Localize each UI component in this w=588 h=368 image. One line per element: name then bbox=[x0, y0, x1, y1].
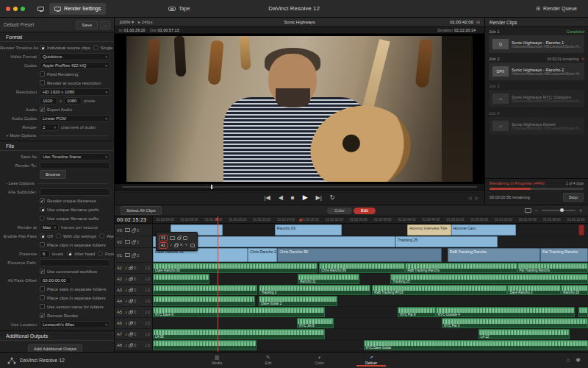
flat-pass-off-radio[interactable]: Off bbox=[40, 233, 53, 238]
unique-suffix-radio[interactable]: Use unique filename suffix bbox=[40, 216, 98, 221]
clip-nyc-pat-3[interactable]: NYC Pat 3 bbox=[442, 318, 588, 328]
minimize-window-icon[interactable] bbox=[13, 7, 18, 11]
render-at-select[interactable]: Max▾ bbox=[40, 224, 59, 231]
jump-to-start-button[interactable]: |◀ bbox=[264, 195, 270, 201]
export-audio-checkbox[interactable]: Export Audio bbox=[40, 107, 72, 112]
enable-track-icon[interactable] bbox=[183, 236, 187, 240]
track-header-a3[interactable]: A3♪≡1.0 bbox=[115, 285, 153, 295]
clip-view-icon[interactable] bbox=[525, 208, 531, 213]
track-header-a8[interactable]: A8♪≡1.0 bbox=[115, 340, 153, 350]
clip-chris-rancho-89[interactable]: Chris Rancho 89 bbox=[277, 248, 442, 262]
job-card[interactable]: ▭Sonic Highways Desert/Volumes/Macintosh… bbox=[489, 117, 584, 135]
select-all-clips-button[interactable]: Select All Clips bbox=[121, 206, 162, 215]
mark-in-icon[interactable]: ◁ bbox=[468, 195, 472, 200]
stop-render-button[interactable]: Stop bbox=[563, 193, 584, 202]
track-header-v2[interactable]: V2≡ bbox=[115, 236, 153, 247]
timeline-ruler[interactable]: 00:02:15:23 01:00:04:0001:00:08:0001:00:… bbox=[115, 216, 588, 224]
preset-menu-button[interactable]: … bbox=[100, 21, 110, 29]
job-card[interactable]: QSonic Highways - Rancho 1/Volumes/Macin… bbox=[489, 35, 584, 53]
codec-select[interactable]: Apple ProRes 422 HQ▾ bbox=[40, 62, 110, 69]
stats-separate-folders-checkbox[interactable]: Place stats in separate folders bbox=[40, 286, 106, 291]
preserve-path-field[interactable] bbox=[40, 259, 110, 266]
clip-nyc-outside-4[interactable]: NYC Outside 4 bbox=[436, 307, 575, 317]
add-additional-output-button[interactable]: Add Additional Output bbox=[28, 344, 82, 353]
resolution-select[interactable]: HD 1920 x 1080▾ bbox=[40, 88, 110, 96]
ruler-marker[interactable] bbox=[299, 219, 302, 222]
use-location-select[interactable]: Leeworth's iMac▾ bbox=[40, 321, 110, 328]
flat-pass-clip-radio[interactable]: With clip settings bbox=[56, 233, 96, 238]
clip-pat-tracking-rancho[interactable]: Pat Tracking Rancho bbox=[540, 248, 588, 262]
color-mode-button[interactable]: Color bbox=[327, 208, 352, 214]
resolution-height-field[interactable]: 1080 bbox=[64, 97, 82, 105]
track-header-v1[interactable]: V1≡ bbox=[115, 248, 153, 262]
clip-tracking-25[interactable]: Tracking 25 bbox=[395, 236, 498, 247]
remote-render-checkbox[interactable]: Remote Render bbox=[40, 313, 78, 318]
loop-button[interactable]: ↻ bbox=[330, 195, 335, 201]
clips-separate-folders-checkbox[interactable]: Place clips in separate folders bbox=[40, 242, 106, 247]
scrub-track[interactable] bbox=[122, 186, 477, 188]
commercial-workflow-checkbox[interactable]: Use commercial workflow bbox=[40, 269, 97, 274]
clip-chris-rancho-89[interactable]: Chris Rancho 89 bbox=[319, 263, 405, 273]
save-as-select[interactable]: Use Timeline Name▾ bbox=[40, 153, 110, 160]
step-back-button[interactable]: ◀ bbox=[279, 195, 283, 201]
clip-nyc-dave-8[interactable]: NYC Dave 8 bbox=[153, 307, 325, 317]
render-to-field[interactable] bbox=[40, 162, 110, 169]
stop-button[interactable]: ■ bbox=[291, 195, 295, 201]
from-tail-radio[interactable]: From tail bbox=[98, 251, 115, 256]
tab-edit[interactable]: ✎Edit bbox=[254, 354, 283, 367]
clip-hommy-interview-title[interactable]: Hommy Interview Title bbox=[407, 224, 451, 236]
job-card[interactable]: ▭Sonic Highways NYC Outdoors/Volumes/Mac… bbox=[489, 90, 584, 107]
preserve-levels-field[interactable]: 6 bbox=[40, 250, 50, 258]
scrub-playhead[interactable] bbox=[211, 185, 212, 189]
more-options-toggle[interactable]: + More Options bbox=[0, 132, 114, 139]
enable-track-icon[interactable] bbox=[190, 244, 195, 247]
zoom-in-icon[interactable]: + bbox=[579, 208, 582, 213]
track-header-a5[interactable]: A5♪≡1.0 bbox=[115, 307, 153, 317]
track-header-a1[interactable]: A1♪≡1.0 bbox=[115, 263, 153, 273]
tape-button[interactable]: Tape bbox=[163, 3, 195, 15]
clips-separate-folders2-checkbox[interactable]: Place clips in separate folders bbox=[40, 295, 106, 300]
tab-deliver[interactable]: ↗Deliver bbox=[356, 354, 386, 367]
a1-destination-chip[interactable]: A1 bbox=[159, 242, 168, 249]
v1-destination-chip[interactable]: V1 bbox=[159, 235, 168, 241]
unique-filenames-checkbox[interactable]: Render unique filenames bbox=[40, 198, 96, 203]
viewer-options-icon[interactable]: ⊞ bbox=[476, 19, 480, 24]
tab-color[interactable]: ◐Color bbox=[305, 354, 334, 367]
unique-prefix-radio[interactable]: Use unique filename prefix bbox=[40, 207, 99, 212]
clip-nyc-pat-8[interactable]: NYC Pat 8 bbox=[398, 307, 436, 317]
clip-unnamed[interactable] bbox=[578, 224, 584, 236]
render-queue-button[interactable]: ⊞ Render Queue bbox=[531, 3, 582, 15]
version-name-folders-checkbox[interactable]: Use version name for folders bbox=[40, 304, 104, 309]
clip-clare-rancho-06[interactable]: Clare Rancho 06 bbox=[153, 263, 318, 273]
resolution-width-field[interactable]: 1920 bbox=[40, 97, 57, 105]
clip-la-12[interactable]: LA 12 bbox=[478, 329, 570, 339]
viewer-scrub-bar[interactable] bbox=[115, 184, 484, 190]
clip-rab-tracking-rancho[interactable]: RaB Tracking Rancho bbox=[405, 263, 517, 273]
close-icon[interactable]: ✕ bbox=[581, 57, 584, 61]
render-settings-button[interactable]: Render Settings bbox=[49, 3, 106, 15]
video-format-select[interactable]: Quicktime▾ bbox=[40, 53, 110, 60]
job-card[interactable]: DPXSonic Highways - Rancho 2/Volumes/Mac… bbox=[489, 63, 584, 80]
clip-unnamed[interactable] bbox=[153, 285, 257, 295]
tab-media[interactable]: ▥Media bbox=[202, 354, 232, 367]
audio-codec-select[interactable]: Linear PCM▾ bbox=[40, 115, 110, 122]
zoom-slider-thumb[interactable] bbox=[560, 208, 564, 212]
clip-rab-tracking-h19[interactable]: RaB Tracking #H19 bbox=[372, 285, 507, 295]
clip-dave-rancho-2[interactable]: Dave Rancho 2 bbox=[507, 285, 561, 295]
clip-nyc-jet-8[interactable]: NYC Jet 8 bbox=[297, 318, 334, 328]
track-header-a6[interactable]: A6♪≡1.0 bbox=[115, 318, 153, 328]
clip-tracking-2[interactable]: Tracking 2 bbox=[259, 285, 370, 295]
clip-unnamed[interactable] bbox=[153, 296, 255, 306]
field-rendering-checkbox[interactable]: Field Rendering bbox=[40, 71, 78, 77]
alt-pass-offset-field[interactable]: 00:00:00:00 bbox=[40, 277, 72, 284]
clip-rancho-26[interactable]: Rancho 26 bbox=[561, 285, 588, 295]
zoom-out-icon[interactable]: − bbox=[535, 208, 538, 213]
clip-rab-tracking-rancho[interactable]: RaB Tracking Rancho bbox=[448, 248, 540, 262]
channels-select[interactable]: 2▾ bbox=[40, 124, 59, 131]
track-header-v3[interactable]: V3≡ bbox=[115, 224, 153, 236]
save-preset-button[interactable]: Save bbox=[76, 21, 98, 29]
track-header-a2[interactable]: A2♪≡1.0 bbox=[115, 274, 153, 284]
track-header-a7[interactable]: A7♪≡1.0 bbox=[115, 329, 153, 339]
browse-button[interactable]: Browse bbox=[40, 170, 66, 179]
clip-unnamed[interactable] bbox=[153, 340, 257, 350]
